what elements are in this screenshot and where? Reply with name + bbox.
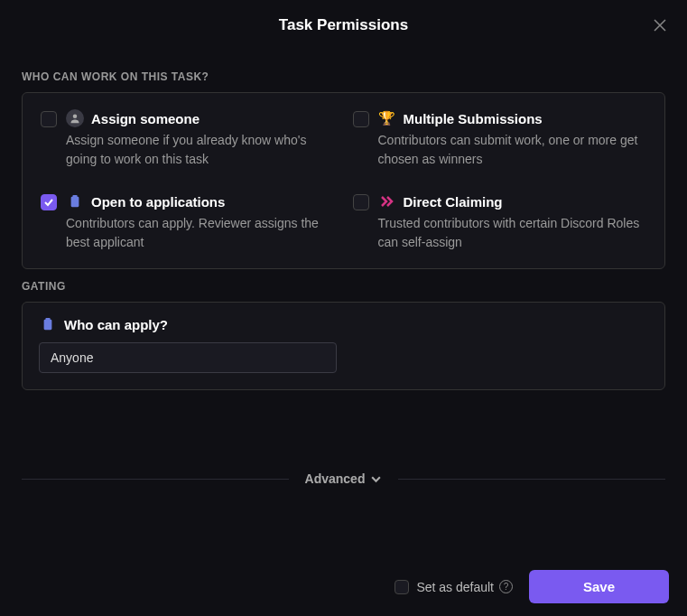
- who-section-label: WHO CAN WORK ON THIS TASK?: [22, 70, 665, 83]
- close-icon: [654, 19, 666, 32]
- clipboard-icon: [66, 192, 84, 210]
- clipboard-icon: [39, 315, 57, 333]
- option-desc: Contributors can submit work, one or mor…: [378, 131, 647, 169]
- checkbox-assign[interactable]: [41, 111, 57, 127]
- svg-rect-2: [72, 195, 77, 198]
- trophy-icon: 🏆: [378, 109, 396, 127]
- set-default-row[interactable]: Set as default ?: [395, 580, 513, 594]
- modal-content: WHO CAN WORK ON THIS TASK? Assign someon…: [0, 51, 687, 486]
- option-multiple-submissions[interactable]: 🏆 Multiple Submissions Contributors can …: [353, 109, 647, 169]
- help-icon[interactable]: ?: [499, 580, 513, 593]
- option-assign-someone[interactable]: Assign someone Assign someone if you alr…: [41, 109, 335, 169]
- option-title: Direct Claiming: [404, 194, 503, 210]
- modal-title: Task Permissions: [279, 16, 408, 34]
- chevrons-right-icon: [378, 192, 396, 210]
- gating-panel: Who can apply? Anyone: [22, 302, 665, 390]
- option-desc: Trusted contributors with certain Discor…: [378, 214, 647, 252]
- who-can-apply-select[interactable]: Anyone: [39, 342, 337, 373]
- modal-footer: Set as default ? Save: [0, 557, 687, 616]
- option-title: Open to applications: [91, 194, 225, 210]
- checkbox-open[interactable]: [41, 194, 57, 210]
- checkbox-set-default[interactable]: [395, 580, 409, 594]
- save-button[interactable]: Save: [529, 570, 669, 603]
- option-desc: Assign someone if you already know who's…: [66, 131, 335, 169]
- option-title: Multiple Submissions: [404, 111, 543, 126]
- option-direct-claiming[interactable]: Direct Claiming Trusted contributors wit…: [353, 192, 647, 252]
- options-panel: Assign someone Assign someone if you alr…: [22, 92, 665, 269]
- svg-rect-4: [45, 318, 50, 321]
- person-icon: [66, 109, 84, 127]
- checkbox-direct[interactable]: [353, 194, 369, 210]
- options-grid: Assign someone Assign someone if you alr…: [41, 109, 646, 252]
- svg-point-0: [73, 115, 78, 119]
- advanced-toggle[interactable]: Advanced: [22, 471, 665, 486]
- close-button[interactable]: [651, 16, 669, 34]
- checkbox-multiple[interactable]: [353, 111, 369, 127]
- gating-section-label: GATING: [22, 280, 665, 293]
- svg-rect-3: [44, 320, 52, 330]
- chevron-down-icon: [370, 473, 382, 485]
- svg-rect-1: [71, 197, 79, 207]
- gating-title: Who can apply?: [64, 317, 168, 332]
- advanced-label: Advanced: [305, 471, 366, 486]
- modal-header: Task Permissions: [0, 0, 687, 51]
- option-title: Assign someone: [91, 111, 200, 126]
- set-default-label: Set as default: [416, 580, 494, 594]
- option-open-to-applications[interactable]: Open to applications Contributors can ap…: [41, 192, 335, 252]
- option-desc: Contributors can apply. Reviewer assigns…: [66, 214, 335, 252]
